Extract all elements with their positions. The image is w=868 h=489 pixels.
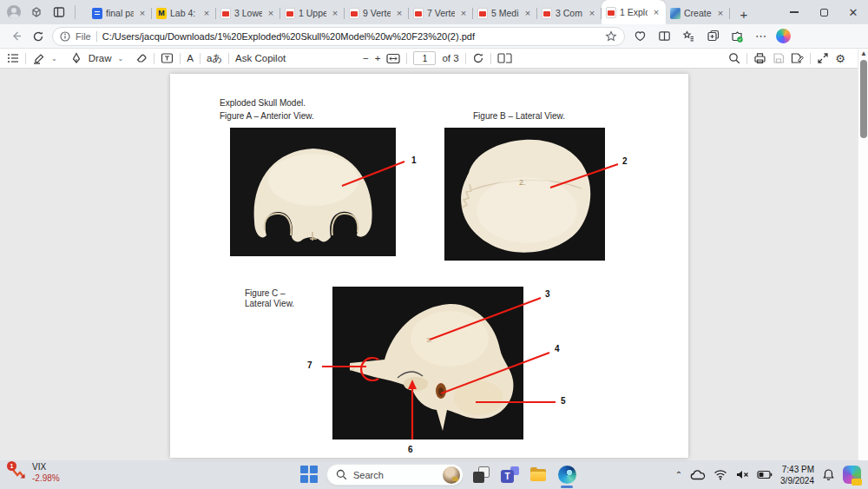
zoom-in-icon[interactable]: +: [375, 53, 381, 63]
vertical-scrollbar[interactable]: ▲: [858, 49, 868, 460]
draw-button[interactable]: Draw: [89, 53, 112, 63]
stock-widget[interactable]: 1 VIX -2.98%: [10, 462, 60, 484]
edge-browser-icon[interactable]: [558, 466, 576, 484]
chevron-down-icon[interactable]: ⌄: [118, 55, 124, 63]
vertical-tabs-icon[interactable]: [52, 5, 66, 19]
zoom-out-icon[interactable]: −: [363, 53, 369, 63]
save-as-icon[interactable]: [791, 52, 804, 64]
pinned-app-badge-icon[interactable]: [843, 466, 861, 484]
collections-icon[interactable]: [703, 27, 722, 46]
page-view-icon[interactable]: [497, 52, 512, 64]
save-icon[interactable]: [773, 52, 785, 64]
chevron-down-icon[interactable]: ⌄: [51, 55, 57, 63]
stock-symbol: VIX: [32, 462, 60, 473]
search-icon[interactable]: [728, 52, 740, 64]
new-tab-button[interactable]: +: [733, 3, 754, 24]
tab-close-icon[interactable]: ×: [651, 7, 661, 17]
info-icon[interactable]: [60, 31, 70, 42]
divider: [180, 53, 181, 64]
tray-overflow-chevron-icon[interactable]: ⌃: [675, 470, 682, 479]
extension-check-icon[interactable]: [727, 27, 746, 46]
split-screen-icon[interactable]: [654, 27, 674, 46]
scrollbar-thumb[interactable]: [860, 60, 867, 138]
profile-avatar[interactable]: [7, 5, 21, 19]
eraser-icon[interactable]: [135, 52, 148, 64]
tab-close-icon[interactable]: ×: [394, 8, 404, 18]
tab-1-upper[interactable]: 1 Uppe ×: [280, 2, 345, 24]
draw-pen-icon[interactable]: [70, 52, 82, 64]
tab-close-icon[interactable]: ×: [458, 8, 469, 18]
clock[interactable]: 7:43 PM 3/9/2024: [780, 464, 814, 486]
back-icon[interactable]: [7, 28, 24, 45]
figure-b-caption: Figure B – Lateral View.: [473, 111, 565, 121]
ask-copilot-button[interactable]: Ask Copilot: [235, 53, 286, 63]
start-button[interactable]: [300, 466, 319, 484]
windows-taskbar: 1 VIX -2.98% Search T ⌃ 7:43 PM: [0, 460, 868, 489]
page-number-input[interactable]: 1: [413, 51, 436, 65]
table-of-contents-icon[interactable]: [7, 52, 19, 64]
favorites-icon[interactable]: [679, 27, 698, 46]
divider: [406, 53, 407, 64]
pdf-page-1: Exploded Skull Model. Figure A – Anterio…: [170, 74, 688, 458]
notification-badge: 1: [7, 461, 16, 471]
expand-icon[interactable]: [817, 52, 829, 64]
search-highlight-avatar[interactable]: [443, 466, 460, 484]
divider: [746, 53, 747, 64]
canvas-course-icon: M: [156, 8, 167, 19]
refresh-icon[interactable]: [30, 28, 47, 45]
pdf-icon: [349, 8, 359, 19]
task-view-button[interactable]: [472, 466, 490, 484]
search-box[interactable]: Search: [326, 464, 464, 486]
scroll-up-arrow[interactable]: ▲: [860, 50, 867, 57]
fit-width-icon[interactable]: [386, 53, 400, 64]
copilot-icon[interactable]: [776, 29, 791, 43]
notification-bell-icon[interactable]: [822, 468, 835, 481]
translate-icon[interactable]: aあ: [207, 52, 222, 65]
tab-close-icon[interactable]: ×: [201, 8, 212, 18]
tab-3-lower[interactable]: 3 Lowe ×: [216, 2, 280, 24]
wifi-icon[interactable]: [713, 469, 727, 480]
tab-label: 3 Lowe: [234, 8, 262, 18]
address-field[interactable]: File C:/Users/jacqu/Downloads/1%20Explod…: [52, 27, 625, 46]
pdf-viewport[interactable]: Exploded Skull Model. Figure A – Anterio…: [0, 69, 868, 460]
tab-final-paper[interactable]: final pa ×: [88, 2, 152, 24]
tab-5-media[interactable]: 5 Medi ×: [473, 2, 537, 24]
favorite-star-icon[interactable]: [605, 30, 617, 43]
settings-gear-icon[interactable]: ⚙: [835, 53, 845, 64]
tab-close-icon[interactable]: ×: [715, 8, 726, 18]
restore-button[interactable]: [809, 0, 838, 24]
tab-1-exploded-skull-active[interactable]: 1 Explo ×: [602, 0, 666, 24]
pdf-icon: [220, 8, 231, 19]
tab-close-icon[interactable]: ×: [523, 8, 533, 18]
tab-7-vertebrae[interactable]: 7 Verte ×: [409, 2, 473, 24]
figure-b-photo-parietal-bone: 2.: [444, 128, 605, 261]
workspaces-icon[interactable]: [30, 5, 43, 19]
minimize-button[interactable]: [779, 0, 809, 24]
tab-9-vertebrae[interactable]: 9 Verte ×: [345, 2, 409, 24]
divider: [465, 53, 466, 64]
tab-create[interactable]: Create ×: [666, 2, 730, 24]
text-box-icon[interactable]: [161, 52, 174, 64]
stock-down-icon: 1: [10, 465, 28, 482]
read-aloud-icon[interactable]: A: [187, 53, 194, 63]
tab-close-icon[interactable]: ×: [587, 8, 597, 18]
browser-essentials-icon[interactable]: [630, 27, 649, 46]
file-explorer-icon[interactable]: [529, 466, 548, 484]
tabstrip-left-controls: [0, 5, 88, 19]
battery-icon[interactable]: [757, 470, 773, 479]
rotate-icon[interactable]: [472, 52, 484, 64]
teams-icon[interactable]: T: [501, 466, 519, 484]
more-menu-icon[interactable]: ⋯: [752, 27, 771, 46]
close-button[interactable]: ✕: [838, 0, 868, 24]
volume-muted-icon[interactable]: [735, 469, 749, 480]
tab-3-com[interactable]: 3 Com ×: [537, 2, 602, 24]
tab-close-icon[interactable]: ×: [266, 8, 276, 18]
tab-close-icon[interactable]: ×: [330, 8, 340, 18]
tab-label: 1 Explo: [620, 7, 648, 17]
onedrive-cloud-icon[interactable]: [690, 469, 706, 481]
highlighter-icon[interactable]: [32, 52, 45, 64]
tab-lab4[interactable]: M Lab 4: ×: [152, 2, 216, 24]
annotation-label-4: 4: [555, 344, 560, 354]
print-icon[interactable]: [753, 52, 766, 64]
tab-close-icon[interactable]: ×: [137, 8, 148, 18]
